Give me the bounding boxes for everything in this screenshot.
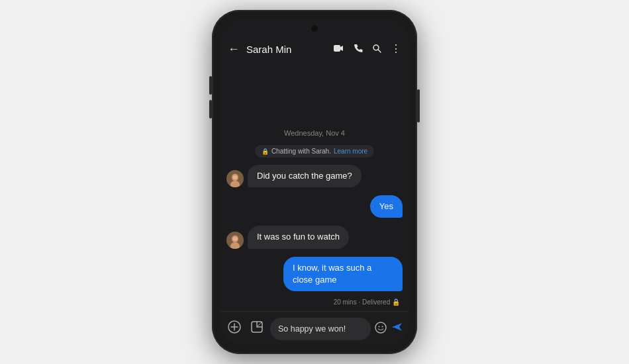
volume-up-button: [209, 76, 212, 95]
svg-rect-0: [334, 45, 340, 52]
video-call-icon[interactable]: [334, 44, 344, 54]
emoji-button[interactable]: [375, 322, 387, 336]
avatar: [226, 232, 244, 249]
date-label: Wednesday, Nov 4: [226, 129, 403, 137]
svg-point-15: [375, 322, 386, 333]
message-text: I know, it was such a close game: [293, 263, 371, 285]
message-row: I know, it was such a close game: [226, 257, 403, 291]
delivered-text: 20 mins · Delivered 🔒: [334, 298, 400, 306]
svg-point-17: [382, 326, 383, 327]
learn-more-link[interactable]: Learn more: [334, 148, 367, 155]
search-icon[interactable]: [372, 44, 381, 55]
action-icons: ⋮: [334, 44, 401, 55]
phone-screen: ← Sarah Min: [220, 19, 409, 345]
svg-point-6: [233, 175, 238, 179]
more-options-icon[interactable]: ⋮: [391, 44, 401, 54]
message-input[interactable]: So happy we won!: [270, 318, 371, 340]
chat-area: Wednesday, Nov 4 🔒 Chatting with Sarah. …: [220, 64, 409, 311]
message-bubble-outgoing: Yes: [370, 195, 403, 218]
phone-call-icon[interactable]: [354, 44, 363, 55]
avatar: [226, 170, 244, 187]
message-text: Did you catch the game?: [257, 171, 352, 181]
phone-frame: ← Sarah Min: [212, 10, 417, 354]
sticker-button[interactable]: [248, 318, 266, 340]
message-row: Yes: [226, 195, 403, 218]
svg-point-16: [379, 326, 380, 327]
camera-hole: [311, 25, 318, 32]
message-text: It was so fun to watch: [257, 232, 340, 242]
volume-down-button: [209, 100, 212, 118]
svg-point-10: [233, 237, 238, 241]
secure-label: 🔒 Chatting with Sarah. Learn more: [255, 145, 374, 158]
message-bubble-outgoing: I know, it was such a close game: [283, 257, 403, 291]
add-button[interactable]: [225, 318, 244, 340]
input-text: So happy we won!: [278, 324, 346, 334]
lock-icon: 🔒: [262, 148, 269, 155]
top-bar: ← Sarah Min: [220, 34, 409, 64]
message-text: Yes: [379, 201, 393, 211]
back-button[interactable]: ←: [228, 42, 240, 56]
contact-name[interactable]: Sarah Min: [246, 44, 330, 55]
svg-line-2: [378, 50, 381, 52]
input-bar: So happy we won!: [220, 311, 409, 345]
power-button: [417, 89, 420, 122]
message-row: It was so fun to watch: [226, 226, 403, 248]
message-bubble-incoming: Did you catch the game?: [248, 165, 362, 187]
message-bubble-incoming: It was so fun to watch: [248, 226, 349, 248]
send-button[interactable]: [391, 320, 404, 337]
message-row: Did you catch the game?: [226, 165, 403, 187]
delivered-info: 20 mins · Delivered 🔒: [226, 298, 403, 306]
secure-text: Chatting with Sarah.: [271, 148, 331, 155]
